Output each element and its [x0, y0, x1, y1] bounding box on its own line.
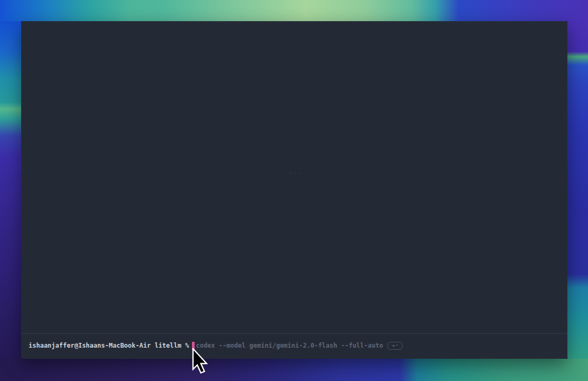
command-input-line[interactable]: ishaanjaffer@Ishaans-MacBook-Air litellm…	[29, 341, 562, 350]
prompt-divider	[21, 333, 567, 334]
loading-indicator: ···	[286, 170, 307, 177]
shell-prompt: ishaanjaffer@Ishaans-MacBook-Air litellm…	[29, 341, 189, 350]
wallpaper-bottom-strip	[0, 359, 588, 381]
wallpaper-left-strip	[0, 21, 21, 359]
terminal-window[interactable]: ··· ishaanjaffer@Ishaans-MacBook-Air lit…	[21, 21, 567, 359]
autosuggestion-text: codex --model gemini/gemini-2.0-flash --…	[196, 341, 383, 350]
wallpaper-top-strip	[0, 0, 588, 21]
text-cursor	[192, 342, 195, 350]
accept-suggestion-key-pill[interactable]: →·	[388, 342, 402, 350]
wallpaper-right-strip	[567, 21, 588, 359]
desktop: { "window": { "loading_dots": "···", "pr…	[0, 0, 588, 381]
